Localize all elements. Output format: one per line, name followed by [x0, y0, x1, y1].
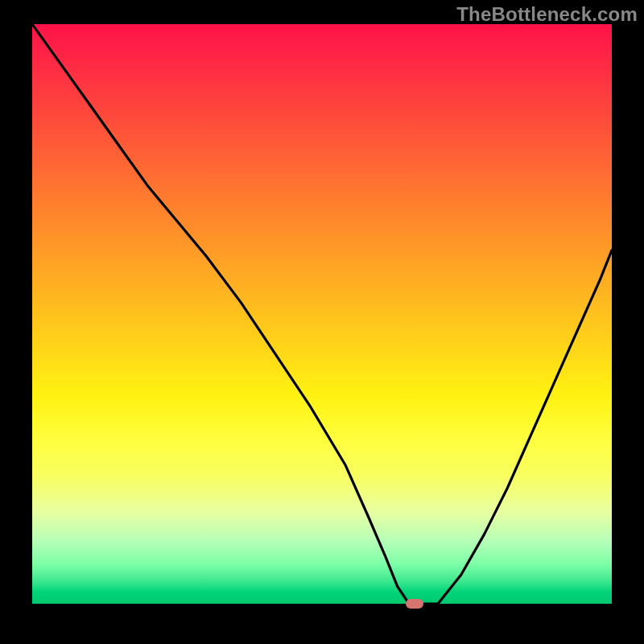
curve-svg — [32, 24, 612, 604]
plot-area — [32, 24, 612, 604]
optimal-marker — [406, 599, 423, 609]
chart-container: TheBottleneck.com — [0, 0, 644, 644]
watermark-text: TheBottleneck.com — [456, 3, 638, 26]
bottleneck-curve-path — [32, 24, 612, 604]
